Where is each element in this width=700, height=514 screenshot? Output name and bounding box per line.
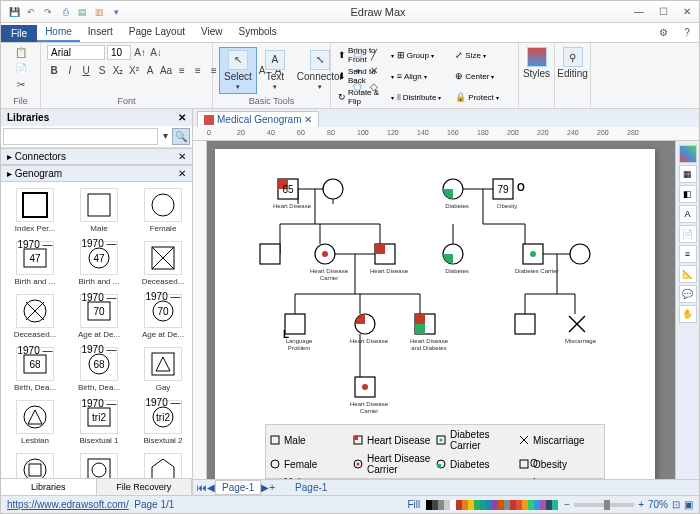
genogram-node-8[interactable]: Diabetes Carrier [515, 244, 559, 275]
font-btn-5[interactable]: X² [127, 63, 141, 77]
file-tab[interactable]: File [1, 25, 37, 42]
tool-shadow[interactable]: ◧ [679, 185, 697, 203]
shape-transgen-[interactable]: Transgen... [69, 451, 129, 478]
font-btn-3[interactable]: S [95, 63, 109, 77]
shape-deceased-[interactable]: Deceased... [133, 239, 192, 288]
page-tab[interactable]: Page-1 [215, 480, 261, 495]
font-btn-8[interactable]: ≡ [175, 63, 189, 77]
genogram-node-5[interactable]: Heart DiseaseCarrier [310, 244, 348, 282]
genogram-node-11[interactable]: Heart Disease [350, 314, 388, 345]
tool-comment[interactable]: 💬 [679, 285, 697, 303]
footer-tab-recovery[interactable]: File Recovery [97, 479, 193, 495]
font-btn-2[interactable]: U [79, 63, 93, 77]
shape-age-at-de-[interactable]: 701970 —Age at De... [69, 292, 129, 341]
font-btn-6[interactable]: A [143, 63, 157, 77]
ribbon-help-icon[interactable]: ⚙ [651, 22, 675, 42]
zoom-fit-icon[interactable]: ⊡ [672, 499, 680, 510]
page-nav-prev[interactable]: ◀ [207, 482, 215, 493]
font-size-select[interactable] [107, 45, 131, 60]
genogram-node-14[interactable]: Miscarriage [565, 314, 596, 345]
canvas[interactable]: 65Heart DiseaseDiabetes79OObesityHeart D… [207, 141, 675, 479]
font-btn-7[interactable]: Aa [159, 63, 173, 77]
arrange-align[interactable]: ≡Align▾ [396, 70, 454, 82]
close-button[interactable]: ✕ [675, 2, 699, 22]
arrange-distribute[interactable]: ⫴Distribute▾ [396, 91, 454, 104]
ribbon-collapse-icon[interactable]: ? [675, 22, 699, 42]
shape-index-per-[interactable]: Index Per... [5, 186, 65, 235]
arrange-send-to-back[interactable]: ⬇Send to Back▾ [337, 66, 395, 86]
shape-birth-dea-[interactable]: 681970 —Birth, Dea... [69, 345, 129, 394]
zoom-out-icon[interactable]: − [564, 499, 570, 510]
qat-open-icon[interactable]: ▥ [92, 5, 106, 19]
library-search-dropdown[interactable]: ▾ [158, 128, 172, 142]
document-tab[interactable]: Medical Genogram ✕ [197, 111, 319, 127]
shape-female[interactable]: Female [133, 186, 192, 235]
tab-insert[interactable]: Insert [80, 23, 121, 42]
qat-redo-icon[interactable]: ↷ [41, 5, 55, 19]
qat-save-icon[interactable]: 💾 [7, 5, 21, 19]
shape-bisextual-[interactable]: tri21970 —Bisextual 2 [133, 398, 192, 447]
qat-undo-icon[interactable]: ↶ [24, 5, 38, 19]
font-btn-9[interactable]: ≡ [191, 63, 205, 77]
genogram-node-7[interactable]: Diabetes [443, 244, 471, 275]
footer-tab-libraries[interactable]: Libraries [1, 479, 97, 495]
editing-button[interactable]: ⚲Editing [561, 45, 584, 81]
section-connectors[interactable]: ▸ Connectors✕ [1, 148, 192, 165]
genogram-node-2[interactable]: Diabetes [443, 179, 471, 210]
arrange-protect[interactable]: 🔒Protect▾ [454, 91, 512, 103]
qat-print-icon[interactable]: ⎙ [58, 5, 72, 19]
library-search-button[interactable]: 🔍 [172, 128, 190, 145]
zoom-slider[interactable] [574, 503, 634, 507]
page-add[interactable]: + [269, 482, 275, 493]
shape-institution[interactable]: Institution [133, 451, 192, 478]
shape-male[interactable]: Male [69, 186, 129, 235]
genogram-node-6[interactable]: Heart Disease [370, 244, 408, 275]
tab-symbols[interactable]: Symbols [231, 23, 285, 42]
arrange-center[interactable]: ⊕Center▾ [454, 70, 512, 82]
arrange-size[interactable]: ⤢Size▾ [454, 49, 512, 61]
color-swatch[interactable] [552, 500, 558, 510]
arrange-bring-to-front[interactable]: ⬆Bring to Front▾ [337, 45, 395, 65]
tool-colors[interactable] [679, 145, 697, 163]
qat-more-icon[interactable]: ▾ [109, 5, 123, 19]
shape-birth-and-[interactable]: 471970 —Birth and ... [5, 239, 65, 288]
shape-bisextual-[interactable]: tri21970 —Bisextual 1 [69, 398, 129, 447]
shape-age-at-de-[interactable]: 701970 —Age at De... [133, 292, 192, 341]
paste-button[interactable]: 📋 [14, 45, 28, 59]
genogram-node-13[interactable] [515, 314, 543, 338]
arrange-rotate-flip[interactable]: ↻Rotate & Flip▾ [337, 87, 395, 107]
font-btn-4[interactable]: X₂ [111, 63, 125, 77]
font-shrink-icon[interactable]: A↓ [149, 46, 163, 60]
shape-lesbian[interactable]: Lesbian [5, 398, 65, 447]
status-url[interactable]: https://www.edrawsoft.com/ [7, 499, 129, 510]
cut-button[interactable]: ✂ [14, 77, 28, 91]
minimize-button[interactable]: — [627, 2, 651, 22]
tab-home[interactable]: Home [37, 23, 80, 42]
font-btn-0[interactable]: B [47, 63, 61, 77]
tool-page[interactable]: 📄 [679, 225, 697, 243]
genogram-node-12[interactable]: Heart Diseaseand Diabetes [410, 314, 448, 352]
shape-birth-dea-[interactable]: 681970 —Birth, Dea... [5, 345, 65, 394]
library-close-icon[interactable]: ✕ [178, 112, 186, 123]
genogram-node-15[interactable]: Heart DiseaseCarrier [350, 377, 388, 415]
font-grow-icon[interactable]: A↑ [133, 46, 147, 60]
tab-close-icon[interactable]: ✕ [304, 114, 312, 125]
tab-view[interactable]: View [193, 23, 231, 42]
tool-text[interactable]: A [679, 205, 697, 223]
color-palette[interactable] [426, 500, 558, 510]
section-genogram[interactable]: ▸ Genogram✕ [1, 165, 192, 182]
arrange-group[interactable]: ⊞Group▾ [396, 49, 454, 61]
page-nav-next[interactable]: ▶ [261, 482, 269, 493]
select-tool[interactable]: ↖Select▾ [219, 47, 257, 94]
tool-pan[interactable]: ✋ [679, 305, 697, 323]
genogram-node-9[interactable] [570, 244, 598, 268]
tool-layer[interactable]: ≡ [679, 245, 697, 263]
shape-transgen-[interactable]: Transgen... [5, 451, 65, 478]
qat-new-icon[interactable]: ▤ [75, 5, 89, 19]
genogram-node-4[interactable] [260, 244, 288, 268]
font-btn-1[interactable]: I [63, 63, 77, 77]
library-search-input[interactable] [3, 128, 158, 145]
shape-birth-and-[interactable]: 471970 —Birth and ... [69, 239, 129, 288]
genogram-node-1[interactable] [323, 179, 351, 203]
tab-page-layout[interactable]: Page Layout [121, 23, 193, 42]
